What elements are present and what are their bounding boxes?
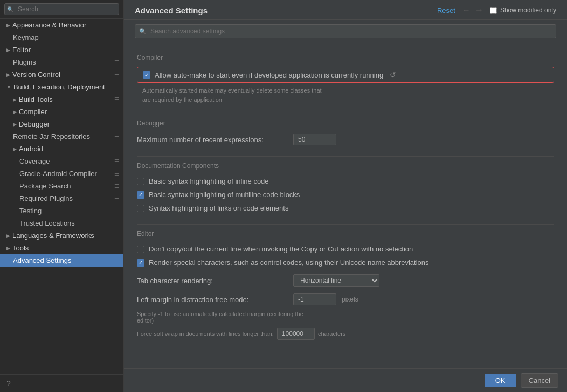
allow-auto-make-checkbox[interactable] [143,71,150,79]
sidebar-search-container [0,0,123,19]
sidebar-item-plugins[interactable]: Plugins ☰ [0,56,123,68]
basic-syntax-multiline-row: Basic syntax highlighting of multiline c… [137,188,554,201]
pixels-label: pixels [342,296,358,303]
basic-syntax-multiline-label: Basic syntax highlighting of multiline c… [149,191,300,199]
sidebar-item-coverage[interactable]: Coverage ☰ [0,155,123,167]
show-modified-label: Show modified only [500,6,556,14]
editor-section-divider [137,222,554,225]
sidebar-item-required-plugins[interactable]: Required Plugins ☰ [0,192,123,205]
page-icon: ☰ [114,158,119,164]
sidebar-item-advanced-settings[interactable]: Advanced Settings [0,254,123,267]
left-margin-row: Left margin in distraction free mode: pi… [137,292,554,306]
render-special-chars-checkbox[interactable] [137,259,144,267]
page-icon: ☰ [114,134,119,139]
settings-search-input[interactable] [135,24,556,38]
sidebar-item-android[interactable]: ▶ Android [0,143,123,155]
chevron-down-icon: ▼ [6,85,11,90]
chevron-right-icon: ▶ [6,72,10,78]
chevron-right-icon: ▶ [13,122,17,127]
force-wrap-input[interactable] [277,328,315,340]
reset-button[interactable]: Reset [437,6,455,15]
sidebar-item-appearance[interactable]: ▶ Appearance & Behavior [0,19,123,31]
page-icon: ☰ [114,72,119,78]
dont-copy-cut-label: Don't copy/cut the current line when inv… [149,245,413,253]
allow-auto-make-row: Allow auto-make to start even if develop… [137,67,554,83]
sidebar-item-languages-frameworks[interactable]: ▶ Languages & Frameworks [0,229,123,242]
sidebar-item-compiler[interactable]: ▶ Compiler [0,106,123,118]
syntax-links-label: Syntax highlighting of links on code ele… [149,204,288,212]
page-icon: ☰ [114,171,119,177]
debugger-section-divider [137,111,554,114]
chevron-right-icon: ▶ [6,246,10,251]
page-title: Advanced Settings [135,6,208,15]
chevron-right-icon: ▶ [13,109,17,115]
force-wrap-subtext: Force soft wrap in documents with lines … [137,328,554,340]
basic-syntax-inline-label: Basic syntax highlighting of inline code [149,177,269,185]
left-margin-label: Left margin in distraction free mode: [137,296,288,304]
footer: OK Cancel [124,368,567,392]
back-arrow-button[interactable]: ← [461,5,472,15]
chevron-right-icon: ▶ [13,97,17,102]
sidebar-item-gradle-android[interactable]: Gradle-Android Compiler ☰ [0,167,123,180]
max-expressions-label: Maximum number of recent expressions: [137,136,288,144]
documentation-section-divider [137,154,554,157]
sidebar-item-testing[interactable]: Testing [0,205,123,217]
tab-rendering-row: Tab character rendering: Horizontal line… [137,273,554,288]
forward-arrow-button[interactable]: → [474,5,485,15]
documentation-section-label: Documentation Components [137,162,554,170]
allow-auto-make-label: Allow auto-make to start even if develop… [155,71,383,79]
sidebar-item-remote-jar[interactable]: Remote Jar Repositories ☰ [0,130,123,143]
basic-syntax-multiline-checkbox[interactable] [137,191,144,199]
sidebar-item-version-control[interactable]: ▶ Version Control ☰ [0,68,123,81]
sidebar-search-input[interactable] [4,3,119,15]
compiler-subtext: Automatically started make may eventuall… [137,86,554,104]
sidebar-item-trusted-locations[interactable]: Trusted Locations [0,217,123,229]
sidebar-item-package-search[interactable]: Package Search ☰ [0,180,123,192]
tab-rendering-select[interactable]: Horizontal line Arrow None [293,274,379,287]
debugger-section-label: Debugger [137,120,554,127]
cancel-button[interactable]: Cancel [521,373,558,388]
sidebar-item-build-tools[interactable]: ▶ Build Tools ☰ [0,93,123,106]
max-expressions-row: Maximum number of recent expressions: [137,132,554,146]
sidebar-item-keymap[interactable]: Keymap [0,31,123,44]
max-expressions-input[interactable] [293,134,336,145]
reset-setting-icon[interactable]: ↺ [390,71,396,79]
tab-rendering-label: Tab character rendering: [137,277,288,285]
editor-section-label: Editor [137,230,554,237]
left-margin-subtext: Specify -1 to use automatically calculat… [137,311,554,324]
sidebar-item-debugger[interactable]: ▶ Debugger [0,118,123,130]
main-header: Advanced Settings Reset ← → Show modifie… [124,0,567,20]
render-special-chars-row: Render special characters, such as contr… [137,256,554,269]
settings-search-bar [124,20,567,43]
syntax-links-checkbox[interactable] [137,205,144,212]
dont-copy-cut-checkbox[interactable] [137,246,144,253]
chevron-right-icon: ▶ [13,146,17,152]
left-margin-input[interactable] [293,293,336,305]
help-button[interactable]: ? [0,374,123,392]
sidebar-item-tools[interactable]: ▶ Tools [0,242,123,254]
chevron-right-icon: ▶ [6,233,10,239]
settings-body: Compiler Allow auto-make to start even i… [124,43,567,368]
page-icon: ☰ [114,195,119,201]
chevron-right-icon: ▶ [6,47,10,53]
page-icon: ☰ [114,59,119,65]
basic-syntax-inline-row: Basic syntax highlighting of inline code [137,175,554,187]
basic-syntax-inline-checkbox[interactable] [137,178,144,185]
chevron-right-icon: ▶ [6,23,10,28]
dont-copy-cut-row: Don't copy/cut the current line when inv… [137,243,554,255]
header-right: Reset ← → Show modified only [437,5,556,15]
compiler-section-label: Compiler [137,54,554,61]
render-special-chars-label: Render special characters, such as contr… [149,258,429,267]
sidebar-item-build-exec-deploy[interactable]: ▼ Build, Execution, Deployment [0,81,123,93]
show-modified-checkbox[interactable] [490,7,497,14]
main-content: Advanced Settings Reset ← → Show modifie… [124,0,567,392]
page-icon: ☰ [114,183,119,189]
ok-button[interactable]: OK [485,374,516,387]
page-icon: ☰ [114,96,119,102]
nav-arrows: ← → [461,5,485,15]
syntax-links-row: Syntax highlighting of links on code ele… [137,202,554,214]
show-modified-container: Show modified only [490,6,556,14]
sidebar: ▶ Appearance & Behavior Keymap ▶ Editor … [0,0,124,392]
sidebar-item-editor[interactable]: ▶ Editor [0,44,123,56]
